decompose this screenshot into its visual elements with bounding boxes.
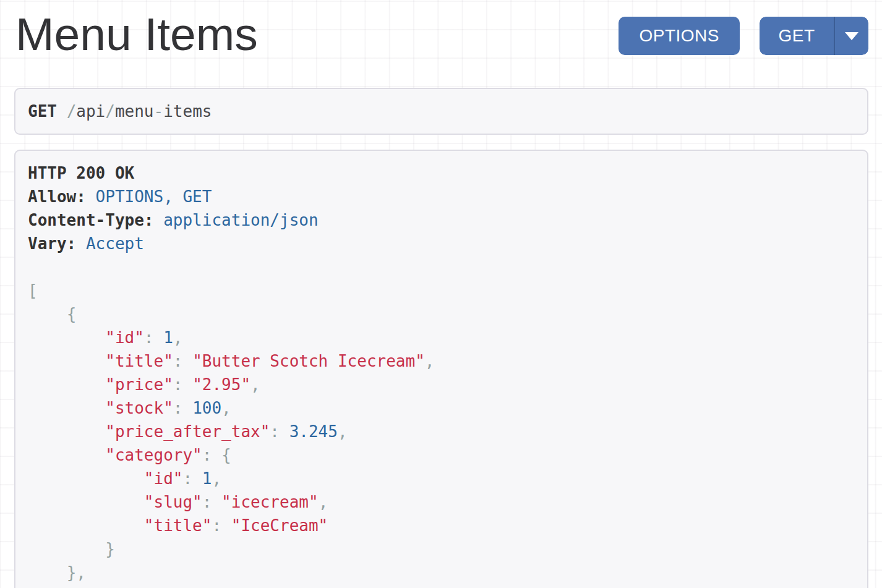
code-token-pln bbox=[28, 305, 67, 323]
code-token-pln: menu bbox=[115, 102, 154, 121]
code-token-str: "price_after_tax" bbox=[105, 422, 270, 441]
response-header-name: Content-Type: bbox=[28, 211, 154, 229]
code-token-pln bbox=[28, 493, 144, 511]
code-token-str: "title" bbox=[105, 352, 173, 370]
code-token-str: "category" bbox=[105, 446, 202, 464]
response-header-row: Content-Type: application/json bbox=[28, 208, 855, 232]
code-token-pun: : bbox=[202, 493, 221, 511]
response-panel: HTTP 200 OKAllow: OPTIONS, GETContent-Ty… bbox=[14, 150, 868, 588]
code-token-pln: api bbox=[76, 102, 105, 121]
caret-down-icon bbox=[845, 32, 858, 40]
code-token-str: "price" bbox=[105, 375, 173, 394]
code-line: [ bbox=[28, 279, 855, 302]
response-header-name: Allow: bbox=[28, 187, 86, 206]
code-token-pun: } bbox=[105, 540, 115, 558]
code-token-pln bbox=[28, 422, 105, 441]
code-token-pun: / bbox=[105, 102, 115, 121]
request-panel: GET /api/menu-items bbox=[14, 88, 868, 135]
code-token-pun: : bbox=[173, 352, 192, 370]
code-token-pln bbox=[28, 563, 67, 582]
code-line: "stock": 100, bbox=[28, 396, 855, 420]
response-header-name: Vary: bbox=[28, 234, 76, 253]
code-token-pun: , bbox=[173, 328, 183, 347]
code-token-pun: : bbox=[173, 375, 192, 394]
response-pre: HTTP 200 OKAllow: OPTIONS, GETContent-Ty… bbox=[28, 161, 855, 584]
code-line: "id": 1, bbox=[28, 326, 855, 349]
code-token-pun: }, bbox=[67, 563, 86, 582]
code-token-str: "2.95" bbox=[192, 375, 250, 394]
code-line bbox=[28, 255, 855, 279]
code-token-lit: 1 bbox=[202, 469, 212, 488]
code-line: { bbox=[28, 302, 855, 326]
code-token-pln bbox=[28, 516, 144, 535]
code-token-pun: : bbox=[270, 422, 289, 441]
code-token-str: "id" bbox=[105, 328, 144, 347]
code-line: "price_after_tax": 3.245, bbox=[28, 420, 855, 443]
toolbar: OPTIONS GET bbox=[619, 17, 868, 55]
page-title: Menu Items bbox=[15, 9, 258, 60]
code-token-pun: , bbox=[250, 375, 260, 394]
code-token-pun: , bbox=[319, 493, 328, 511]
browsable-api-page: { "page": { "title": "Menu Items" }, "to… bbox=[0, 0, 882, 588]
code-token-pun: , bbox=[221, 399, 231, 417]
page-header: Menu Items OPTIONS GET bbox=[0, 0, 882, 88]
code-token-pln bbox=[28, 540, 105, 558]
options-button-label: OPTIONS bbox=[639, 26, 719, 46]
code-token-pun: , bbox=[212, 469, 221, 488]
code-line: "title": "IceCream" bbox=[28, 514, 855, 537]
code-token-lit: 1 bbox=[163, 328, 173, 347]
get-button-label: GET bbox=[778, 26, 815, 46]
http-status-line: HTTP 200 OK bbox=[28, 161, 855, 185]
code-token-pln bbox=[28, 375, 105, 394]
response-header-value: Accept bbox=[76, 234, 144, 253]
code-token-str: "id" bbox=[144, 469, 183, 488]
code-line: } bbox=[28, 537, 855, 561]
code-token-pun: : bbox=[212, 516, 231, 535]
response-header-row: Allow: OPTIONS, GET bbox=[28, 185, 855, 208]
code-token-pun: , bbox=[425, 352, 435, 370]
code-token-str: "stock" bbox=[105, 399, 173, 417]
code-token-lit: 100 bbox=[192, 399, 221, 417]
code-token-pln bbox=[57, 102, 67, 121]
code-token-pun: [ bbox=[28, 281, 38, 300]
code-token-pun: - bbox=[154, 102, 164, 121]
get-split-button: GET bbox=[760, 17, 868, 55]
code-token-pun: : bbox=[182, 469, 202, 488]
code-token-pun: / bbox=[67, 102, 77, 121]
response-body: [ { "id": 1, "title": "Butter Scotch Ice… bbox=[28, 255, 855, 584]
code-token-pln bbox=[28, 328, 105, 347]
code-token-pun: , bbox=[338, 422, 348, 441]
response-headers: Allow: OPTIONS, GETContent-Type: applica… bbox=[28, 185, 855, 255]
code-line: "slug": "icecream", bbox=[28, 490, 855, 514]
code-line: }, bbox=[28, 561, 855, 584]
code-token-str: "slug" bbox=[144, 493, 202, 511]
code-line: "title": "Butter Scotch Icecream", bbox=[28, 349, 855, 373]
code-token-pln bbox=[28, 352, 105, 370]
code-token-str: "IceCream" bbox=[231, 516, 328, 535]
code-token-pun: { bbox=[67, 305, 77, 323]
get-dropdown-toggle[interactable] bbox=[834, 17, 868, 55]
response-header-value: OPTIONS, GET bbox=[86, 187, 212, 206]
code-token-pun: : { bbox=[202, 446, 231, 464]
code-token-method: GET bbox=[28, 102, 57, 121]
code-token-lit: 3.245 bbox=[289, 422, 338, 441]
code-token-pun: : bbox=[173, 399, 192, 417]
get-button[interactable]: GET bbox=[760, 17, 834, 55]
response-header-row: Vary: Accept bbox=[28, 232, 855, 255]
code-token-pln bbox=[28, 469, 144, 488]
code-token-pun: : bbox=[144, 328, 163, 347]
code-line: "category": { bbox=[28, 443, 855, 467]
code-token-str: "icecream" bbox=[221, 493, 319, 511]
code-token-pln bbox=[28, 399, 105, 417]
code-line: "id": 1, bbox=[28, 467, 855, 490]
response-header-value: application/json bbox=[154, 211, 319, 229]
code-token-pln bbox=[28, 446, 105, 464]
request-line: GET /api/menu-items bbox=[28, 100, 855, 123]
code-line: "price": "2.95", bbox=[28, 373, 855, 396]
options-button[interactable]: OPTIONS bbox=[619, 17, 740, 55]
code-token-pln: items bbox=[163, 102, 212, 121]
code-token-str: "title" bbox=[144, 516, 212, 535]
code-token-str: "Butter Scotch Icecream" bbox=[192, 352, 425, 370]
